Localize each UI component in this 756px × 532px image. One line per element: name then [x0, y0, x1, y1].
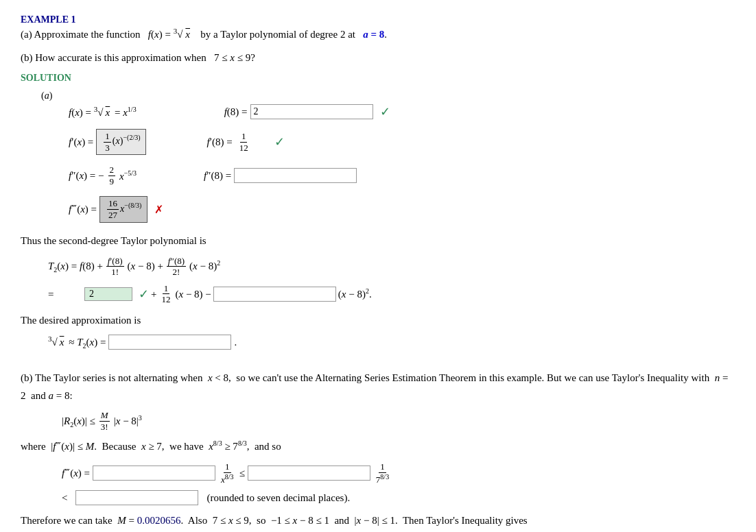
less-than-row: < (rounded to seven decimal places).	[62, 487, 735, 508]
T2-formula: T2(x) = f(8) + f′(8) 1! (x − 8) + f″(8) …	[48, 255, 735, 278]
R2-ineq: |R2(x)| ≤ M 3! |x − 8|3	[62, 410, 735, 432]
fppp-cross: ✗	[154, 203, 163, 216]
fppp-input-1[interactable]	[93, 466, 215, 481]
desired-text: The desired approximation is	[21, 312, 735, 330]
fp-boxed: 1 3 (x)−(2/3)	[96, 129, 146, 155]
desired-input[interactable]	[108, 335, 231, 350]
f8-checkmark: ✓	[380, 104, 390, 119]
part-a-text: Approximate the function f(x) = 3√x by a…	[34, 29, 387, 40]
T2-val-check: ✓	[139, 282, 149, 306]
T2-formula-2: = ✓ + 1 12 (x − 8) − (x − 8)2.	[48, 282, 735, 306]
part-a-label: (a)	[21, 29, 32, 40]
fppp-input-3[interactable]	[75, 490, 198, 505]
problem-part-b: (b) How accurate is this approximation w…	[21, 49, 735, 66]
fpppx-row: f‴(x) = 16 27 x−(8/3) ✗	[69, 196, 735, 222]
therefore-text: Therefore we can take M = 0.0020656. Als…	[21, 512, 735, 530]
example-title: EXAMPLE 1	[21, 14, 735, 25]
part-a-solution-label: (a)	[41, 90, 735, 101]
part-b-body: (b) The Taylor series is not alternating…	[21, 370, 735, 404]
fx-row: f(x) = 3√x = x1/3 f(8) = ✓	[69, 104, 735, 119]
part-b-label: (b)	[21, 52, 33, 63]
thus-text: Thus the second-degree Taylor polynomial…	[21, 232, 735, 250]
f8-input[interactable]	[250, 104, 373, 119]
fpp8-input[interactable]	[234, 168, 357, 183]
where-text: where |f‴(x)| ≤ M. Because x ≥ 7, we hav…	[21, 437, 735, 456]
fppp-row-b: f‴(x) = 1 x8/3 ≤ 1 78/3	[62, 461, 735, 485]
fppx-row: f″(x) = − 2 9 x−5/3 f″(8) =	[69, 165, 735, 186]
T2-coef-input[interactable]	[213, 287, 336, 302]
solution-label: SOLUTION	[21, 73, 735, 84]
fp8-checkmark: ✓	[274, 134, 285, 149]
T2-val-input-wrapper	[84, 287, 132, 301]
desired-eq: 3√x ≈ T2(x) = .	[48, 335, 735, 350]
T2-val-input[interactable]	[89, 289, 117, 300]
fppp-boxed: 16 27 x−(8/3)	[99, 196, 147, 222]
fpx-row: f′(x) = 1 3 (x)−(2/3) f′(8) = 1 12 ✓	[69, 129, 735, 155]
problem-part-a: (a) Approximate the function f(x) = 3√x …	[21, 25, 735, 43]
fppp-input-2[interactable]	[248, 466, 370, 481]
